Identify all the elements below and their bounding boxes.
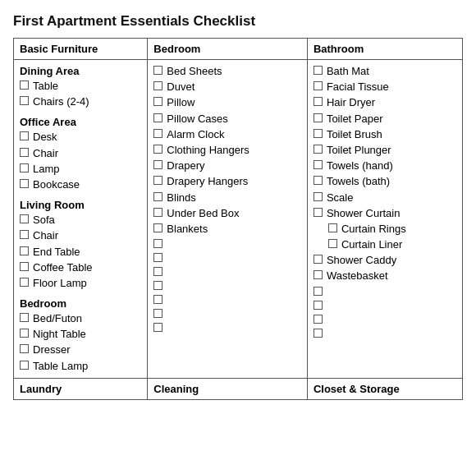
list-item: Chairs (2-4) [20,94,141,109]
checkbox-desk[interactable] [20,131,29,140]
checkbox-curtain-rings[interactable] [328,223,337,232]
header-bathroom: Bathroom [307,39,462,60]
bathroom-cell: Bath Mat Facial Tissue Hair Dryer Toilet… [307,60,462,379]
checkbox-scale[interactable] [314,192,323,201]
checkbox-clothing-hangers[interactable] [153,145,162,154]
list-item: Dresser [20,343,141,357]
list-item: Chair [20,146,141,161]
checkbox-drapery[interactable] [153,160,162,169]
checkbox-alarm-clock[interactable] [153,129,162,138]
checkbox-towels-hand[interactable] [314,160,323,169]
checkbox-toilet-brush[interactable] [314,129,323,138]
checkbox-bath-empty2[interactable] [314,301,323,310]
footer-closet-storage: Closet & Storage [307,378,462,399]
list-item: Table Lamp [20,359,141,374]
checkbox-toilet-plunger[interactable] [314,145,323,154]
list-item: Desk [20,130,141,145]
checkbox-pillow[interactable] [153,97,162,106]
checkbox-dresser[interactable] [20,344,29,353]
checkbox-bath-mat[interactable] [314,66,323,75]
list-item: Drapery Hangers [153,174,301,189]
list-item: Toilet Plunger [314,143,456,158]
checkbox-end-table[interactable] [20,246,29,255]
checkbox-coffee-table[interactable] [20,262,29,271]
header-bedroom: Bedroom [148,39,308,60]
checkbox-night-table[interactable] [20,329,29,338]
list-item-empty [153,237,301,251]
list-item: Towels (bath) [314,174,456,189]
checkbox-floor-lamp[interactable] [20,278,29,287]
checkbox-pillow-cases[interactable] [153,113,162,122]
checkbox-bookcase[interactable] [20,179,29,188]
checkbox-lamp[interactable] [20,163,29,172]
checkbox-table-lamp[interactable] [20,361,29,370]
checkbox-empty7[interactable] [153,323,162,332]
list-item: Toilet Brush [314,127,456,142]
section-office-area: Office Area [20,116,141,128]
checkbox-empty3[interactable] [153,267,162,276]
list-item: Bookcase [20,177,141,192]
list-item: Curtain Liner [328,237,456,252]
checkbox-table[interactable] [20,80,29,90]
list-item: Wastebasket [314,269,456,283]
list-item: Under Bed Box [153,206,301,221]
list-item-empty [153,251,301,264]
list-item: Curtain Rings [328,222,456,237]
checkbox-shower-curtain[interactable] [314,208,323,217]
list-item-empty [314,285,456,298]
list-item: Coffee Table [20,260,141,275]
checkbox-bath-empty1[interactable] [314,287,323,296]
list-item: Pillow Cases [153,112,301,126]
checkbox-wastebasket[interactable] [314,270,323,279]
list-item: Facial Tissue [314,80,456,94]
checkbox-blinds[interactable] [153,192,162,201]
checkbox-empty1[interactable] [153,239,162,248]
section-bedroom: Bedroom [20,297,141,310]
checkbox-sofa[interactable] [20,214,29,223]
list-item: Clothing Hangers [153,143,301,158]
basic-furniture-cell: Dining Area Table Chairs (2-4) Office Ar… [14,60,148,379]
checkbox-hair-dryer[interactable] [314,97,323,106]
footer-cleaning: Cleaning [148,378,308,399]
checkbox-empty4[interactable] [153,281,162,290]
page-title: First Apartment Essentials Checklist [13,13,463,30]
list-item-empty [153,321,301,334]
checkbox-under-bed-box[interactable] [153,208,162,217]
list-item-empty [314,299,456,312]
list-item: Blinds [153,191,301,205]
list-item: Sofa [20,213,141,228]
list-item: Chair [20,228,141,243]
list-item-empty [314,327,456,340]
checkbox-empty6[interactable] [153,309,162,318]
list-item: Floor Lamp [20,276,141,291]
checkbox-shower-caddy[interactable] [314,255,323,264]
checkbox-bed-sheets[interactable] [153,66,162,75]
checkbox-duvet[interactable] [153,81,162,90]
checkbox-empty2[interactable] [153,253,162,262]
list-item: Night Table [20,327,141,342]
checkbox-chair2[interactable] [20,230,29,239]
checkbox-facial-tissue[interactable] [314,81,323,90]
list-item: Toilet Paper [314,112,456,126]
checkbox-empty5[interactable] [153,295,162,304]
footer-laundry: Laundry [14,378,148,399]
list-item: Towels (hand) [314,159,456,173]
checkbox-bath-empty3[interactable] [314,315,323,324]
checkbox-drapery-hangers[interactable] [153,176,162,185]
list-item: Table [20,79,141,94]
list-item: Duvet [153,80,301,94]
list-item: Bed/Futon [20,311,141,326]
list-item: Shower Curtain [314,206,456,221]
checkbox-chairs[interactable] [20,96,29,105]
checkbox-towels-bath[interactable] [314,176,323,185]
checkbox-curtain-liner[interactable] [328,239,337,248]
list-item-empty [153,279,301,292]
checkbox-bed-futon[interactable] [20,313,29,322]
checkbox-blankets[interactable] [153,223,162,232]
checklist-table: Basic Furniture Bedroom Bathroom Dining … [13,38,463,400]
list-item: Lamp [20,162,141,177]
checkbox-bath-empty4[interactable] [314,329,323,338]
checkbox-chair[interactable] [20,148,29,157]
checkbox-toilet-paper[interactable] [314,113,323,122]
list-item: Scale [314,191,456,205]
